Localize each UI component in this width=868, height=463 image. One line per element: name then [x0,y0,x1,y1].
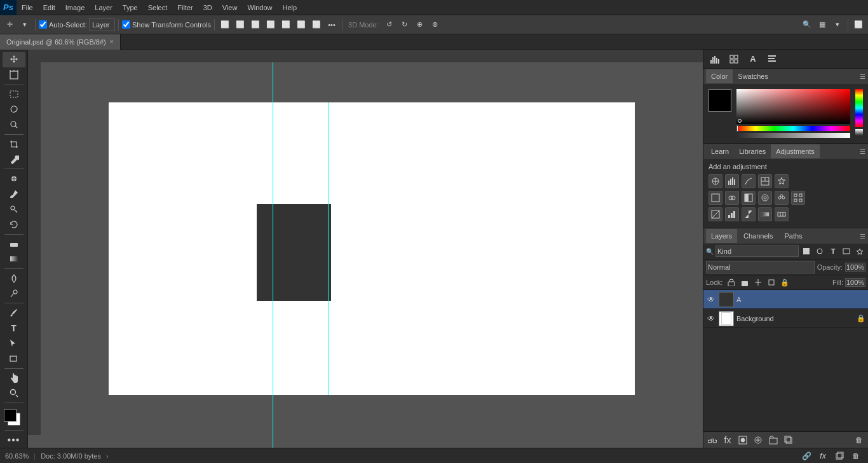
photo-filter-btn[interactable] [758,191,772,205]
swatches-tab[interactable]: Swatches [733,69,773,83]
layer-item-a[interactable]: 👁 A [703,290,868,309]
color-balance-btn[interactable] [725,191,739,205]
doc-info-arrow[interactable]: › [106,452,109,460]
color-gradient[interactable] [736,89,850,124]
search-btn[interactable]: 🔍 [800,18,814,32]
new-layer-icon-btn[interactable] [832,449,846,463]
brush-tool[interactable] [3,186,25,202]
align-right-btn[interactable]: ⬜ [248,18,262,32]
tab-close-btn[interactable]: × [110,38,114,45]
layers-kind-select[interactable]: Kind Name Effect Mode [715,245,799,257]
libraries-tab[interactable]: Libraries [734,144,771,158]
healing-brush-tool[interactable] [3,171,25,186]
rectangular-marquee-tool[interactable] [3,86,25,102]
rotate-3d-btn[interactable]: ↺ [383,18,397,32]
adjustments-btn[interactable] [725,50,743,68]
blend-mode-select[interactable]: Normal Multiply Screen Overlay [706,261,815,273]
clone-stamp-tool[interactable] [3,202,25,217]
distribute-btn[interactable]: ⬜ [309,18,323,32]
document-tab[interactable]: Original.psd @ 60.6% (RGB/8#) × [0,34,121,50]
histogram-btn[interactable] [706,50,724,68]
path-select-tool[interactable] [3,336,25,351]
adjustments-tab[interactable]: Adjustments [771,144,820,158]
menu-help[interactable]: Help [278,0,302,15]
add-mask-btn[interactable] [736,434,749,446]
new-layer-btn[interactable] [782,434,795,446]
workspace-menu-btn[interactable]: ▾ [831,18,844,32]
workspace-btn[interactable]: ▦ [815,18,829,32]
invert-btn[interactable] [709,207,722,221]
layer-item-background[interactable]: 👁 Background 🔒 [703,309,868,328]
color-strip-alpha[interactable] [855,129,863,135]
effects-icon-btn[interactable]: fx [816,449,830,463]
blur-tool[interactable] [3,271,25,286]
layer-filter-smart-btn[interactable] [854,245,865,257]
menu-type[interactable]: Type [118,0,143,15]
posterize-btn[interactable] [725,207,739,221]
black-white-btn[interactable] [742,191,756,205]
align-left-btn[interactable]: ⬜ [218,18,232,32]
delete-layer-btn[interactable]: 🗑 [853,434,865,446]
color-panel-menu[interactable]: ☰ [860,73,865,80]
lock-position-btn[interactable] [752,277,764,288]
share-btn[interactable]: ⬜ [851,18,865,32]
scale-3d-btn[interactable]: ⊗ [428,18,442,32]
channels-tab[interactable]: Channels [738,229,778,243]
channel-mixer-btn[interactable] [775,191,789,205]
pan-3d-btn[interactable]: ⊕ [413,18,427,32]
color-tab[interactable]: Color [706,69,733,83]
paragraph-btn[interactable] [763,50,781,68]
new-group-btn[interactable] [767,434,780,446]
menu-window[interactable]: Window [242,0,277,15]
hand-tool[interactable] [3,370,25,385]
trash-icon-btn[interactable]: 🗑 [849,449,863,463]
color-strip-hue[interactable] [855,89,863,127]
link-layers-btn[interactable] [706,434,719,446]
selective-color-btn[interactable] [775,207,789,221]
eyedropper-tool[interactable] [3,152,25,167]
exposure-btn[interactable] [758,174,772,188]
brightness-contrast-btn[interactable] [709,174,722,188]
lock-image-btn[interactable] [739,277,750,288]
gradient-map-btn[interactable] [758,207,772,221]
menu-image[interactable]: Image [60,0,90,15]
menu-edit[interactable]: Edit [38,0,60,15]
crop-tool[interactable] [3,137,25,152]
foreground-color-swatch[interactable] [4,409,17,422]
fill-input[interactable] [845,278,865,287]
layer-visibility-bg[interactable]: 👁 [706,314,716,324]
color-picker-area[interactable] [3,408,25,426]
color-lookup-btn[interactable] [791,191,805,205]
layers-panel-menu[interactable]: ☰ [860,233,865,240]
menu-layer[interactable]: Layer [90,0,118,15]
move-tool-btn[interactable]: ✛ [3,18,17,32]
layer-filter-pixel-btn[interactable] [801,245,812,257]
more-tools-btn[interactable]: ••• [3,432,25,448]
eraser-tool[interactable] [3,236,25,251]
layers-tab[interactable]: Layers [706,229,737,243]
hsl-btn[interactable] [709,191,722,205]
color-gradient-area[interactable] [736,89,850,124]
canvas-container[interactable] [41,62,703,435]
text-panel-btn[interactable]: A [744,50,762,68]
levels-btn[interactable] [725,174,739,188]
artboard-tool[interactable] [3,67,25,83]
align-center-v-btn[interactable]: ⬜ [279,18,293,32]
lasso-tool[interactable] [3,102,25,117]
menu-select[interactable]: Select [143,0,173,15]
layer-filter-type-btn[interactable]: T [827,245,839,257]
paths-tab[interactable]: Paths [780,229,808,243]
auto-select-dropdown[interactable]: Layer Group [89,18,115,31]
history-brush-tool[interactable] [3,217,25,232]
hue-slider-handle[interactable] [736,125,738,132]
new-fill-adj-btn[interactable] [752,434,764,446]
color-swatch[interactable] [709,89,731,112]
layer-filter-shape-btn[interactable] [841,245,852,257]
color-picker-handle[interactable] [738,119,742,123]
align-center-h-btn[interactable]: ⬜ [233,18,247,32]
rotate-view-btn[interactable]: ↻ [398,18,412,32]
quick-select-tool[interactable] [3,117,25,132]
lock-pixels-btn[interactable] [726,277,737,288]
auto-select-checkbox[interactable] [39,20,47,29]
pen-tool[interactable] [3,305,25,321]
